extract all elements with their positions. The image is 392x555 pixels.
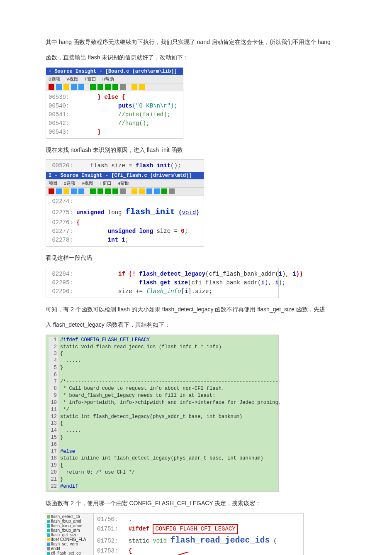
menu-item[interactable]: H帮助 [117,181,129,186]
code: return 0; /* use CFI */ [58,469,135,476]
code-line: 11 */ [49,406,276,413]
tool-icon[interactable] [131,84,137,90]
menu-item[interactable]: V视图 [66,77,78,82]
code: ), [282,271,292,277]
tree-item[interactable]: flash_set_verb [47,542,93,546]
keyword: if [118,271,125,277]
func: flash_get_size [139,279,188,286]
tree-item[interactable]: flash_fixup_atme [47,523,93,528]
tool-icon[interactable] [120,84,126,90]
tree-item[interactable]: flash_fixup_stm [47,528,93,533]
symbol-label: cfi_flash_set_co [51,551,81,555]
toolbar [46,83,183,91]
tool-icon[interactable] [112,188,118,194]
line-number: 18 [49,455,58,462]
menu-item[interactable]: T窗口 [100,181,112,186]
copy-icon[interactable] [56,188,62,194]
tool-icon[interactable] [105,188,111,194]
symbol-icon [47,538,50,541]
line-number: 00542: [49,120,69,127]
tree-item[interactable]: flash_detect_cfi [47,514,93,519]
tool-icon[interactable] [139,84,145,90]
var: i [279,271,282,277]
code: i [118,237,125,243]
line-number: 00539: [49,94,69,100]
tool-icon[interactable] [120,188,126,194]
paragraph: 函数，直接输出 flash 未识别的信息就好了，改动如下： [46,51,346,64]
paragraph: 入 flash_detect_legacy 函数看下，其结构如下： [46,318,346,331]
symbol-label: flash_get_size [51,533,78,537]
symbol-icon [47,515,50,518]
code-area: 01750: . 01751: #ifdef CONFIG_FLASH_CFI_… [94,513,303,555]
symbol-icon [47,552,50,555]
forward-icon[interactable] [154,188,160,194]
code-line: 20 return 0; /* use CFI */ [49,469,276,476]
code: static int flash_detect_legacy(phys_addr… [58,413,242,421]
tool-icon[interactable] [90,84,96,90]
tool-icon[interactable] [97,84,103,90]
redo-icon[interactable] [78,84,84,90]
string: ("0 KB\n\r"); [132,103,178,109]
symbol-icon [47,520,50,523]
paragraph: 看见这样一段代码 [46,252,346,264]
keyword: int [108,237,118,243]
code [58,372,60,379]
code: #ifdef CONFIG_FLASH_CFI_LEGACY [58,337,150,344]
tool-icon[interactable] [139,188,145,194]
code: ; [185,228,188,235]
paragraph: 该函数有 2 个，使用哪一个由宏 CONFIG_FLASH_CFI_LEGACY… [46,497,346,510]
cut-icon[interactable] [49,188,54,194]
line-number: 01753: [97,548,118,554]
line-number: 00540: [49,103,69,109]
code-line: 19{ [49,462,276,469]
undo-icon[interactable] [71,84,77,90]
menu-item[interactable]: T窗口 [84,77,96,82]
line-number: 5 [49,364,58,372]
line-number: 01750: [97,516,118,523]
paragraph: 可知，有 2 个函数可以检测 flash 的大小如果 flash_detect_… [46,303,346,316]
text: 函数，直接输出 flash 未识别的信息就好了，改动如下： [46,54,189,61]
line-number: 02275: [52,209,73,216]
tool-icon[interactable] [169,188,175,194]
tree-item[interactable]: ifdef CONFIG_FLA [47,537,93,542]
line-number: 20 [49,469,58,476]
code: * Call board code to request info about … [58,385,224,392]
code: (); [170,162,181,169]
copy-icon[interactable] [56,84,62,90]
paste-icon[interactable] [63,84,69,90]
line-number: 22 [49,483,58,490]
tree-item[interactable]: cfi_flash_set_co [47,551,93,555]
tool-icon[interactable] [131,188,137,194]
comment: //puts(failed); [118,111,170,118]
line-number: 00520: [52,162,73,169]
paste-icon[interactable] [63,188,69,194]
redo-icon[interactable] [78,188,84,194]
tool-icon[interactable] [90,188,96,194]
tree-item[interactable]: flash_fixup_amd [47,519,93,523]
tool-icon[interactable] [161,188,167,194]
var: i [185,288,188,295]
tool-icon[interactable] [97,188,103,194]
tree-item[interactable]: flash_get_size [47,533,93,537]
tool-icon[interactable] [112,84,118,90]
func-name: flash_read_jedec_ids [170,535,270,545]
cut-icon[interactable] [49,84,54,90]
code: ) [196,209,199,216]
tool-icon[interactable] [105,84,111,90]
line-number: 02295: [52,279,73,286]
code-line: 15} [49,434,276,441]
back-icon[interactable] [146,188,152,194]
symbol-label: flash_set_verb [51,542,78,546]
menu-item[interactable]: O选项 [64,181,76,186]
tree-item[interactable]: endif [47,546,93,551]
func: flash_detect_legacy [139,271,205,277]
code: #else [58,448,75,455]
code: ..... [58,427,81,434]
menu-item[interactable]: V视图 [82,181,94,186]
undo-icon[interactable] [71,188,77,194]
symbol-tree[interactable]: flash_detect_cfiflash_fixup_amdflash_fix… [46,513,94,555]
menu-item[interactable]: H帮助 [102,77,114,82]
var: flash_info [146,288,181,295]
menu-item[interactable]: 项目 [49,181,58,186]
menu-item[interactable]: O选项 [49,77,61,82]
